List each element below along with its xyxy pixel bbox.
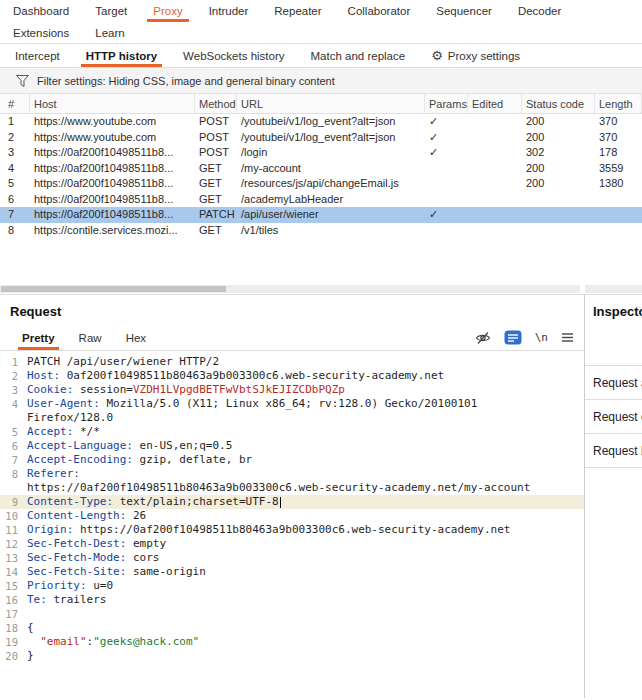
history-row-5[interactable]: 5https://0af200f10498511b8...GET/resourc… (0, 176, 642, 192)
column-header-status-code[interactable]: Status code (522, 94, 595, 113)
history-row-4[interactable]: 4https://0af200f10498511b8...GET/my-acco… (0, 161, 642, 177)
history-row-1[interactable]: 1https://www.youtube.comPOST/youtubei/v1… (0, 114, 642, 130)
line-number: 11 (0, 523, 18, 537)
line-number: 16 (0, 593, 18, 607)
menu-extensions[interactable]: Extensions (0, 22, 82, 43)
cell-edited (468, 176, 522, 192)
line-number: 18 (0, 621, 18, 635)
filter-settings-bar[interactable]: Filter settings: Hiding CSS, image and g… (0, 68, 642, 94)
history-row-8[interactable]: 8https://contile.services.mozi...GET/v1/… (0, 223, 642, 239)
newline-characters-toggle[interactable]: \n (535, 331, 548, 344)
cell-host: https://contile.services.mozi... (30, 223, 195, 239)
history-row-2[interactable]: 2https://www.youtube.comPOST/youtubei/v1… (0, 130, 642, 146)
request-tab-raw[interactable]: Raw (67, 328, 114, 350)
line-content: Origin: https://0af200f10498511b80463a9b… (27, 523, 510, 537)
inspector-section-request-headers[interactable]: Request headers (585, 434, 642, 468)
subtab-intercept[interactable]: Intercept (2, 44, 73, 67)
scrollbar-thumb[interactable] (1, 286, 226, 292)
request-line: 9Content-Type: text/plain;charset=UTF-8 (0, 495, 584, 509)
line-content: Te: trailers (27, 593, 106, 607)
column-header--[interactable]: # (0, 94, 30, 113)
menu-learn[interactable]: Learn (82, 22, 137, 43)
request-line: 3Cookie: session=VZDH1LVpgdBETFwVbtSJkEJ… (0, 383, 584, 397)
request-line: 14Sec-Fetch-Site: same-origin (0, 565, 584, 579)
cell-host: https://0af200f10498511b8... (30, 176, 195, 192)
menu-intruder[interactable]: Intruder (196, 0, 262, 22)
history-row-7[interactable]: 7https://0af200f10498511b8...PATCH/api/u… (0, 207, 642, 223)
line-content: "email":"geeks@hack.com" (27, 635, 199, 649)
subtab-label: HTTP history (86, 50, 157, 62)
cell-num: 7 (0, 207, 30, 223)
request-line: 15Priority: u=0 (0, 579, 584, 593)
history-row-3[interactable]: 3https://0af200f10498511b8...POST/login✓… (0, 145, 642, 161)
cell-method: GET (195, 161, 237, 177)
inspector-horizontal-scrollbar[interactable] (585, 285, 642, 293)
column-header-length[interactable]: Length (595, 94, 642, 113)
history-horizontal-scrollbar[interactable] (0, 285, 580, 293)
line-content: https://0af200f10498511b80463a9b003300c6… (27, 481, 530, 495)
cell-method: GET (195, 192, 237, 208)
cell-edited (468, 223, 522, 239)
request-tab-hex[interactable]: Hex (114, 328, 158, 350)
inspector-sections: Request attributesRequest cookiesRequest… (585, 365, 642, 468)
subtab-match-and-replace[interactable]: Match and replace (298, 44, 419, 67)
menu-sequencer[interactable]: Sequencer (423, 0, 505, 22)
subtab-websockets-history[interactable]: WebSockets history (170, 44, 297, 67)
request-pane: Request PrettyRawHex (0, 295, 584, 698)
cell-length: 1380 (595, 176, 642, 192)
column-header-method[interactable]: Method (195, 94, 237, 113)
cell-params: ✓ (425, 130, 468, 146)
burp-window: DashboardTargetProxyIntruderRepeaterColl… (0, 0, 642, 698)
menu-row-2: ExtensionsLearn (0, 22, 642, 43)
cell-length: 370 (595, 130, 642, 146)
cell-url: /my-account (237, 161, 425, 177)
column-header-url[interactable]: URL (237, 94, 425, 113)
menu-repeater[interactable]: Repeater (261, 0, 334, 22)
column-header-host[interactable]: Host (30, 94, 195, 113)
request-line: https://0af200f10498511b80463a9b003300c6… (0, 481, 584, 495)
request-tab-pretty[interactable]: Pretty (10, 328, 67, 350)
line-number: 6 (0, 439, 18, 453)
line-number: 7 (0, 453, 18, 467)
cell-method: GET (195, 176, 237, 192)
subtab-http-history[interactable]: HTTP history (73, 44, 170, 67)
request-editor[interactable]: 1PATCH /api/user/wiener HTTP/22Host: 0af… (0, 351, 584, 698)
proxy-subtabs: InterceptHTTP historyWebSockets historyM… (0, 44, 642, 68)
request-line: 19 "email":"geeks@hack.com" (0, 635, 584, 649)
menu-dashboard[interactable]: Dashboard (0, 0, 82, 22)
history-row-6[interactable]: 6https://0af200f10498511b8...GET/academy… (0, 192, 642, 208)
menu-collaborator[interactable]: Collaborator (335, 0, 424, 22)
line-number: 2 (0, 369, 18, 383)
scrollbar-zone (0, 284, 642, 294)
request-line: 5Accept: */* (0, 425, 584, 439)
menu-decoder[interactable]: Decoder (505, 0, 574, 22)
eye-slash-icon[interactable] (475, 331, 491, 345)
column-header-params[interactable]: Params (425, 94, 468, 113)
cell-params: ✓ (425, 145, 468, 161)
line-content: Content-Type: text/plain;charset=UTF-8 (27, 495, 281, 509)
cell-status: 200 (522, 130, 595, 146)
subtab-label: Match and replace (311, 50, 406, 62)
inspector-section-request-cookies[interactable]: Request cookies (585, 400, 642, 434)
line-number: 12 (0, 537, 18, 551)
line-number: 20 (0, 649, 18, 663)
request-line: 11Origin: https://0af200f10498511b80463a… (0, 523, 584, 537)
cell-host: https://0af200f10498511b8... (30, 207, 195, 223)
inspector-panel: Inspector Request attributesRequest cook… (584, 295, 642, 698)
request-line: 13Sec-Fetch-Mode: cors (0, 551, 584, 565)
inspector-section-request-attributes[interactable]: Request attributes (585, 366, 642, 400)
cell-method: POST (195, 145, 237, 161)
cell-params (425, 176, 468, 192)
line-content: Firefox/128.0 (27, 411, 113, 425)
subtab-proxy-settings[interactable]: ⚙Proxy settings (418, 44, 533, 67)
editor-menu-icon[interactable] (561, 332, 574, 343)
column-header-edited[interactable]: Edited (468, 94, 522, 113)
menu-row-1: DashboardTargetProxyIntruderRepeaterColl… (0, 0, 642, 22)
menu-proxy[interactable]: Proxy (140, 0, 195, 22)
line-number (0, 481, 18, 495)
wrap-lines-button[interactable] (504, 330, 522, 345)
line-number: 8 (0, 467, 18, 481)
menu-target[interactable]: Target (82, 0, 140, 22)
filter-funnel-icon (16, 75, 29, 87)
request-line: 17 (0, 607, 584, 621)
